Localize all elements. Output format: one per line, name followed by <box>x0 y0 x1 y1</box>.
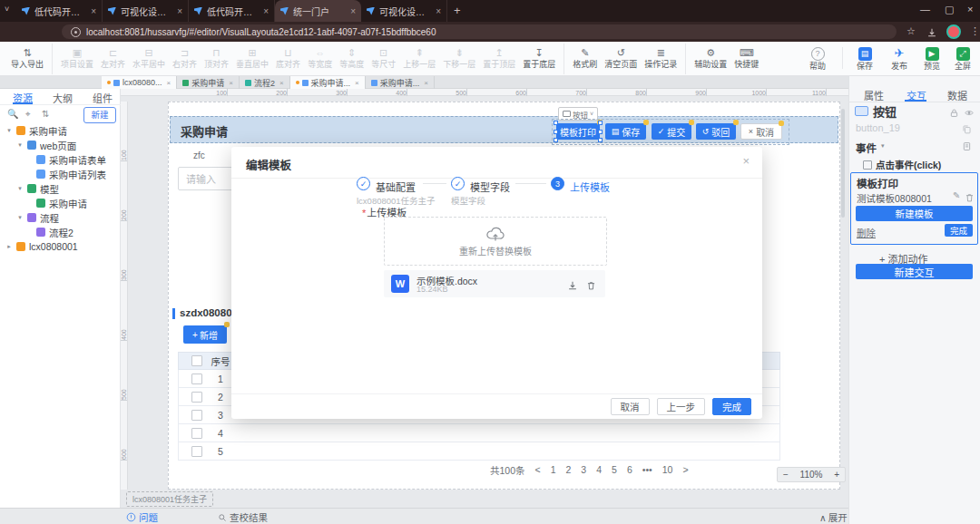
bookmark-star-icon[interactable]: ☆ <box>906 25 916 37</box>
page-number[interactable]: 1 <box>551 464 556 475</box>
canvas-cancel-button[interactable]: × 取消 <box>740 123 782 140</box>
toolbar-item[interactable]: ⚙ 辅助设置 <box>685 44 730 74</box>
toolbar-item[interactable]: ⇅ 导入导出 <box>7 44 47 74</box>
new-template-button[interactable]: 新建模板 <box>856 206 973 221</box>
toolbar-item[interactable]: ⌨ 快捷键 <box>730 44 762 74</box>
new-resource-button[interactable]: 新建 <box>83 107 116 123</box>
copy-icon[interactable] <box>962 121 972 138</box>
browser-tab[interactable]: 统一门户 × <box>275 0 361 22</box>
canvas-reject-button[interactable]: ↺ 驳回 <box>696 123 736 140</box>
toolbar-item[interactable]: ⇕ 等高度 <box>336 44 368 74</box>
row-checkbox[interactable] <box>191 428 202 439</box>
uploaded-file-item[interactable]: W 示例模板.docx 15.24KB <box>384 270 605 297</box>
locate-icon[interactable]: ⌖ <box>25 109 31 120</box>
page-number[interactable]: 4 <box>596 464 602 475</box>
caret-down-icon[interactable]: ▾ <box>16 214 24 221</box>
event-section-label[interactable]: 事件 <box>856 141 877 155</box>
table-row[interactable]: 5 <box>178 442 780 461</box>
toolbar-item[interactable]: ⊟ 水平居中 <box>129 44 169 74</box>
page-number[interactable]: 2 <box>566 464 572 475</box>
toolbar-item[interactable]: ⊡ 等尺寸 <box>368 44 399 74</box>
tab-close-icon[interactable]: × <box>350 6 356 16</box>
canvas-add-button[interactable]: + 新增 <box>183 325 227 344</box>
file-tab[interactable]: 采购申请... × <box>366 76 435 89</box>
canvas-save-button[interactable]: ▤ 保存 <box>605 123 646 140</box>
fullscreen-button[interactable]: ⤢ 全屏 <box>951 44 975 74</box>
component-name-field[interactable]: button_19 <box>856 122 900 133</box>
edit-icon[interactable]: ✎ <box>953 190 960 200</box>
browser-tab[interactable]: 低代码开发平台 × <box>189 0 275 22</box>
window-maximize-button[interactable]: ▢ <box>945 4 954 15</box>
caret-right-icon[interactable]: ▸ <box>5 243 13 250</box>
modal-cancel-button[interactable]: 取消 <box>611 398 650 415</box>
page-number[interactable]: 3 <box>581 464 586 475</box>
issues-button[interactable]: 问题 <box>126 510 158 524</box>
toolbar-item[interactable]: ↺ 清空页面 <box>601 44 641 74</box>
search-icon[interactable]: 🔍 <box>7 109 18 119</box>
toolbar-item[interactable]: ⇟ 下移一层 <box>439 44 479 74</box>
panel-tab-data[interactable]: 数据 <box>947 88 967 102</box>
new-interaction-button[interactable]: 新建交互 <box>856 264 973 279</box>
tab-close-icon[interactable]: × <box>263 6 269 16</box>
browser-tab[interactable]: 可视化设计器 × <box>103 0 189 22</box>
page-number[interactable]: ••• <box>642 464 652 475</box>
selected-node-tag[interactable]: lcx0808001任务主子 <box>126 491 213 507</box>
trash-icon[interactable] <box>965 190 975 207</box>
eye-icon[interactable] <box>964 105 975 121</box>
site-info-icon[interactable] <box>71 27 81 37</box>
downloads-icon[interactable] <box>926 25 937 42</box>
next-page-icon[interactable]: > <box>682 464 688 475</box>
caret-down-icon[interactable]: ▾ <box>16 185 24 192</box>
upload-dropzone[interactable]: 重新上传替换模板 <box>384 217 607 266</box>
window-minimize-button[interactable]: — <box>920 4 930 15</box>
tab-close-icon[interactable]: × <box>436 6 441 16</box>
toolbar-item[interactable]: ⊐ 右对齐 <box>169 44 201 74</box>
window-close-button[interactable]: × <box>967 4 973 15</box>
toolbar-item[interactable]: ⇔ 等宽度 <box>304 44 336 74</box>
browser-menu-icon[interactable]: ⋮ <box>970 25 980 37</box>
tab-close-icon[interactable]: × <box>177 6 182 16</box>
selection-handle[interactable] <box>598 121 603 125</box>
file-tab[interactable]: 流程2 × <box>240 76 290 89</box>
expand-button[interactable]: ∧ 展开 <box>819 510 848 524</box>
row-checkbox[interactable] <box>191 392 202 403</box>
tab-close-icon[interactable]: × <box>279 79 284 87</box>
zoom-in-button[interactable]: + <box>834 470 839 480</box>
new-tab-button[interactable]: + <box>454 4 461 17</box>
toolbar-item[interactable]: ▣ 项目设置 <box>52 44 97 74</box>
filter-icon[interactable]: ⇅ <box>42 109 49 119</box>
sidebar-tab-components[interactable]: 组件 <box>93 91 113 105</box>
check-result-button[interactable]: 查校结果 <box>218 510 268 524</box>
page-number[interactable]: 6 <box>627 464 632 475</box>
row-checkbox[interactable] <box>191 374 202 384</box>
toolbar-item[interactable]: ≣ 操作记录 <box>641 44 681 74</box>
row-checkbox[interactable] <box>191 446 202 457</box>
caret-down-icon[interactable]: ▾ <box>5 127 13 134</box>
event-doc-icon[interactable] <box>962 139 972 155</box>
tab-close-icon[interactable]: × <box>229 79 233 87</box>
table-row[interactable]: 4 <box>178 424 780 442</box>
trash-icon[interactable] <box>586 278 596 295</box>
help-button[interactable]: ? 帮助 <box>806 44 829 74</box>
profile-avatar[interactable] <box>946 24 961 39</box>
tab-search-icon[interactable]: ˅ <box>5 5 9 14</box>
selection-handle[interactable] <box>554 130 558 134</box>
caret-down-icon[interactable]: ▾ <box>881 142 885 150</box>
canvas-submit-button[interactable]: ✓ 提交 <box>652 123 691 140</box>
toolbar-item[interactable]: ⇞ 上移一层 <box>399 44 439 74</box>
click-event-label[interactable]: 点击事件(click) <box>876 158 941 171</box>
select-all-checkbox[interactable] <box>191 355 202 366</box>
zoom-out-button[interactable]: − <box>783 470 789 480</box>
preview-button[interactable]: ▶ 预览 <box>920 44 944 74</box>
file-tab-active[interactable]: 采购申请... × <box>290 76 366 89</box>
panel-tab-properties[interactable]: 属性 <box>864 88 884 102</box>
file-tab[interactable]: lcx08080... × <box>102 76 177 89</box>
toolbar-item[interactable]: ↧ 置于底层 <box>519 44 559 74</box>
toolbar-item[interactable]: ⊓ 顶对齐 <box>201 44 232 74</box>
browser-tab[interactable]: 可视化设计器 × <box>361 0 447 22</box>
page-number[interactable]: 10 <box>662 464 673 475</box>
tab-close-icon[interactable]: × <box>91 6 96 16</box>
selection-handle[interactable] <box>554 121 558 125</box>
file-tab[interactable]: 采购申请 × <box>177 76 240 89</box>
selection-handle[interactable] <box>598 138 603 142</box>
